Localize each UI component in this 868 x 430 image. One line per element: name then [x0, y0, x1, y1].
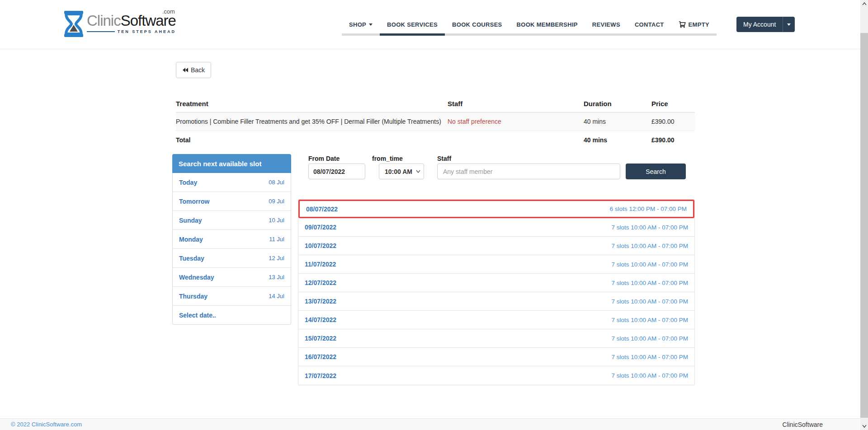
scroll-up-icon[interactable] — [860, 0, 868, 8]
slot-row-8[interactable]: 16/07/20227 slots 10:00 AM - 07:00 PM — [298, 348, 694, 366]
scrollbar-thumb[interactable] — [860, 33, 868, 418]
summary-item-row: Promotions | Combine Filler Treatments a… — [176, 112, 695, 131]
nav-underline — [342, 33, 380, 36]
quick-slot-tuesday[interactable]: Tuesday12 Jul — [173, 249, 291, 268]
nav-underline — [671, 33, 717, 36]
quick-slot-label: Wednesday — [179, 274, 214, 281]
slot-date-link[interactable]: 11/07/2022 — [305, 261, 336, 268]
nav-item-book-courses[interactable]: BOOK COURSES — [445, 0, 509, 49]
footer-copyright-link[interactable]: © 2022 ClinicSoftware.com — [11, 421, 82, 428]
slot-availability: 7 slots 10:00 AM - 07:00 PM — [611, 335, 688, 342]
slot-date-link[interactable]: 12/07/2022 — [305, 279, 336, 286]
nav-item-contact[interactable]: CONTACT — [627, 0, 671, 49]
chevron-down-icon — [787, 23, 791, 26]
quick-slot-label: Select date.. — [179, 312, 216, 319]
slot-row-0-selected[interactable]: 08/07/20226 slots 12:00 PM - 07:00 PM — [298, 200, 694, 218]
my-account-label[interactable]: My Account — [736, 17, 783, 32]
quick-slot-label: Monday — [179, 236, 203, 243]
nav-item-shop[interactable]: SHOP — [342, 0, 380, 49]
chevron-down-icon — [369, 23, 373, 26]
col-header-duration: Duration — [584, 100, 651, 108]
quick-slot-tomorrow[interactable]: Tomorrow09 Jul — [173, 192, 291, 211]
from-time-label: from_time — [372, 155, 403, 162]
nav-item-book-membership[interactable]: BOOK MEMBERSHIP — [509, 0, 585, 49]
slot-date-link[interactable]: 15/07/2022 — [305, 335, 336, 342]
booking-summary-table: Treatment Staff Duration Price Promotion… — [176, 95, 695, 149]
treatment-price: £390.00 — [651, 118, 695, 125]
slot-row-9[interactable]: 17/07/20227 slots 10:00 AM - 07:00 PM — [298, 366, 694, 385]
nav-item-label: BOOK SERVICES — [387, 21, 438, 28]
from-time-select[interactable]: 10:00 AM — [379, 164, 424, 179]
slot-date-link[interactable]: 14/07/2022 — [305, 316, 336, 323]
slot-row-1[interactable]: 09/07/20227 slots 10:00 AM - 07:00 PM — [298, 218, 694, 237]
nav-underline — [509, 33, 585, 36]
quick-slot-date: 14 Jul — [269, 293, 284, 299]
slot-row-7[interactable]: 15/07/20227 slots 10:00 AM - 07:00 PM — [298, 329, 694, 348]
slot-row-5[interactable]: 13/07/20227 slots 10:00 AM - 07:00 PM — [298, 292, 694, 311]
from-date-input[interactable] — [308, 164, 365, 179]
nav-item-label: CONTACT — [635, 21, 664, 28]
slot-date-link[interactable]: 13/07/2022 — [305, 298, 336, 305]
slot-date-link[interactable]: 08/07/2022 — [306, 206, 338, 213]
total-duration: 40 mins — [584, 136, 651, 144]
quick-slot-date: 09 Jul — [269, 198, 284, 205]
slot-row-2[interactable]: 10/07/20227 slots 10:00 AM - 07:00 PM — [298, 237, 694, 255]
quick-slot-date: 12 Jul — [269, 255, 284, 262]
cart-icon — [679, 21, 686, 28]
hourglass-logo-icon — [63, 11, 84, 39]
slot-row-3[interactable]: 11/07/20227 slots 10:00 AM - 07:00 PM — [298, 255, 694, 274]
slot-results-list: 08/07/20226 slots 12:00 PM - 07:00 PM09/… — [298, 199, 695, 385]
staff-preference: No staff preference — [448, 118, 584, 125]
search-button[interactable]: Search — [626, 164, 686, 179]
slot-availability: 7 slots 10:00 AM - 07:00 PM — [611, 280, 688, 286]
my-account-button[interactable]: My Account — [736, 17, 795, 32]
slot-availability: 7 slots 10:00 AM - 07:00 PM — [611, 243, 688, 249]
slot-availability: 7 slots 10:00 AM - 07:00 PM — [611, 298, 688, 305]
logo-brand-primary: Clinic — [87, 12, 121, 29]
quick-slot-thursday[interactable]: Thursday14 Jul — [173, 287, 291, 306]
quick-slot-today[interactable]: Today08 Jul — [173, 173, 291, 192]
summary-header-row: Treatment Staff Duration Price — [176, 95, 695, 112]
quick-slot-date: 13 Jul — [269, 274, 284, 280]
top-header: .com ClinicSoftware TEN STEPS AHEAD SHOP… — [0, 0, 868, 49]
main-nav: SHOPBOOK SERVICESBOOK COURSESBOOK MEMBER… — [342, 0, 717, 49]
quick-slot-date: 11 Jul — [269, 236, 284, 243]
quick-slot-label: Today — [179, 179, 197, 186]
quick-slot-wednesday[interactable]: Wednesday13 Jul — [173, 268, 291, 287]
back-button[interactable]: Back — [176, 62, 211, 78]
footer-brand: ClinicSoftware — [783, 421, 823, 428]
slot-date-link[interactable]: 17/07/2022 — [305, 372, 336, 379]
quick-slot-monday[interactable]: Monday11 Jul — [173, 230, 291, 249]
slot-availability: 7 slots 10:00 AM - 07:00 PM — [611, 372, 688, 379]
page: .com ClinicSoftware TEN STEPS AHEAD SHOP… — [0, 0, 868, 430]
slot-date-link[interactable]: 16/07/2022 — [305, 353, 336, 360]
slot-row-4[interactable]: 12/07/20227 slots 10:00 AM - 07:00 PM — [298, 274, 694, 292]
slot-row-6[interactable]: 14/07/20227 slots 10:00 AM - 07:00 PM — [298, 311, 694, 329]
next-available-panel: Search next available slot Today08 JulTo… — [172, 154, 291, 325]
quick-slot-label: Thursday — [179, 293, 208, 300]
logo[interactable]: .com ClinicSoftware TEN STEPS AHEAD — [63, 9, 176, 37]
logo-tagline: TEN STEPS AHEAD — [118, 29, 176, 34]
slot-availability: 7 slots 10:00 AM - 07:00 PM — [611, 224, 688, 231]
col-header-price: Price — [651, 100, 695, 108]
nav-item-label: BOOK COURSES — [452, 21, 502, 28]
quick-slot-list: Today08 JulTomorrow09 JulSunday10 JulMon… — [173, 173, 291, 324]
account-dropdown-toggle[interactable] — [783, 17, 795, 32]
nav-item-reviews[interactable]: REVIEWS — [585, 0, 627, 49]
quick-slot-label: Tomorrow — [179, 198, 209, 205]
scroll-down-icon[interactable] — [860, 422, 868, 430]
staff-input[interactable] — [437, 164, 620, 179]
tagline-rule — [87, 31, 115, 32]
slot-availability: 6 slots 12:00 PM - 07:00 PM — [610, 206, 687, 212]
nav-item-label: BOOK MEMBERSHIP — [517, 21, 578, 28]
quick-slot-sunday[interactable]: Sunday10 Jul — [173, 211, 291, 230]
from-time-select-wrap: 10:00 AM — [379, 164, 424, 179]
nav-item-empty[interactable]: EMPTY — [671, 0, 717, 49]
from-date-label: From Date — [308, 155, 340, 162]
slot-date-link[interactable]: 10/07/2022 — [305, 242, 336, 249]
nav-item-book-services[interactable]: BOOK SERVICES — [380, 0, 445, 49]
vertical-scrollbar[interactable] — [860, 0, 868, 430]
slot-date-link[interactable]: 09/07/2022 — [305, 224, 336, 231]
quick-slot-label: Sunday — [179, 217, 202, 224]
quick-slot-select-date[interactable]: Select date.. — [173, 306, 291, 324]
